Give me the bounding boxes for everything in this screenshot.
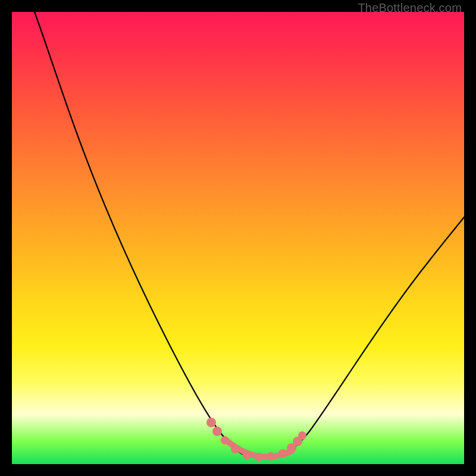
marker-dot — [298, 431, 306, 440]
plot-area — [12, 12, 464, 464]
marker-dot — [278, 449, 287, 458]
marker-dot — [243, 451, 251, 459]
marker-dot — [206, 418, 216, 427]
marker-dot — [255, 453, 263, 461]
marker-dot — [221, 436, 229, 444]
marker-dot — [267, 452, 275, 461]
bottleneck-curve — [35, 12, 464, 457]
chart-frame: TheBottleneck.com — [0, 0, 476, 476]
curve-svg — [12, 12, 464, 464]
marker-dot — [231, 445, 239, 453]
attribution-watermark: TheBottleneck.com — [358, 1, 462, 15]
marker-dot — [212, 427, 222, 436]
